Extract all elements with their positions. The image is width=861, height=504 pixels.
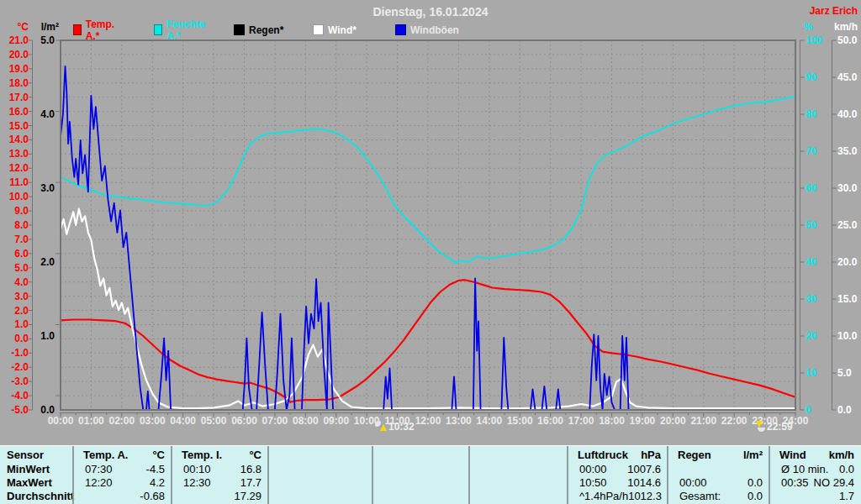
table-cell-value: 1.7 [839,490,854,503]
table-col-title: Temp. A. [83,449,128,462]
table-column-empty-4 [469,446,568,504]
table-column-luftdruck: LuftdruckhPa00:001007.610:501014.6^1.4hP… [568,446,668,504]
table-cell-time: 00:10 [183,463,211,476]
table-cell-time: Gesamt: [679,490,721,503]
table-separator [468,446,470,504]
table-col-title: Luftdruck [578,449,628,462]
table-separator [567,446,568,504]
table-row-label: MinWert [7,463,72,476]
weather-chart [0,0,861,445]
table-cell-value: 16.8 [240,463,261,476]
table-column-wind: Windkm/hØ 10 min.0.000:35NO 29.41.7 [769,446,861,504]
table-separator [72,446,74,504]
moonrise-time: 10:32 [388,421,415,433]
table-column-regen: Regenl/m²00:000.0Gesamt:0.0 [668,446,769,504]
table-cell-time: 07:30 [85,463,113,476]
table-cell-time: 00:00 [679,476,707,490]
table-col-unit: km/h [829,449,854,462]
table-cell-value: 17.29 [234,490,261,503]
table-column-empty-3 [372,446,469,504]
table-column-temp-i-: Temp. I.°C00:1016.812:3017.717.29 [172,446,268,504]
table-separator [372,446,373,504]
table-cell-value: NO 29.4 [814,476,854,490]
table-separator [769,446,770,504]
set-arrow-icon [756,421,763,428]
table-col-unit: l/m² [743,449,763,462]
table-cell-value: -4.5 [146,463,165,476]
table-col-title: Wind [779,449,806,462]
table-column-empty-2 [268,446,372,504]
table-cell-time: Ø 10 min. [781,463,828,476]
moonset-time: 22:59 [767,421,793,433]
table-column-temp-a-: Temp. A.°C07:30-4.512:204.2-0.68 [73,446,172,504]
moonset-marker: 22:59 [756,421,793,433]
table-col-title: Temp. I. [182,449,222,462]
table-col-unit: hPa [641,449,661,462]
table-cell-time: ^1.4hPa/h [579,490,628,503]
table-cell-value: 1012.3 [628,490,662,503]
table-cell-value: 1007.6 [627,463,661,476]
table-cell-time: 00:35 [781,476,809,490]
table-cell-time: 12:20 [85,476,113,490]
table-cell-value: -0.68 [140,490,165,503]
table-cell-value: 17.7 [240,476,261,490]
table-cell-value: 0.0 [747,490,763,503]
table-cell-value: 0.0 [839,463,854,476]
table-cell-value: 0.0 [747,476,763,490]
moonset-icon [758,428,765,432]
summary-table: SensorMinWertMaxWertDurchschnittTemp. A.… [0,445,861,504]
table-cell-time: 00:00 [579,463,607,476]
table-cell-value: 4.2 [150,476,165,490]
table-cell-time: 10:50 [579,476,607,490]
weather-logger-window: { "header": { "title": "Dienstag, 16.01.… [0,0,861,504]
table-col-title: Regen [678,449,711,462]
table-row-label: MaxWert [7,476,72,490]
table-cell-value: 1014.6 [627,476,661,490]
table-separator [171,446,172,504]
moonrise-marker: 10:32 [375,421,415,433]
table-cell-time: 12:30 [183,476,211,490]
rise-arrow-icon [380,424,387,431]
table-separator [267,446,269,504]
table-separator [667,446,668,504]
table-col-unit: °C [249,449,261,462]
table-row-label: Sensor [7,449,72,462]
table-col-unit: °C [152,449,165,462]
table-row-label: Durchschnitt [7,490,72,503]
